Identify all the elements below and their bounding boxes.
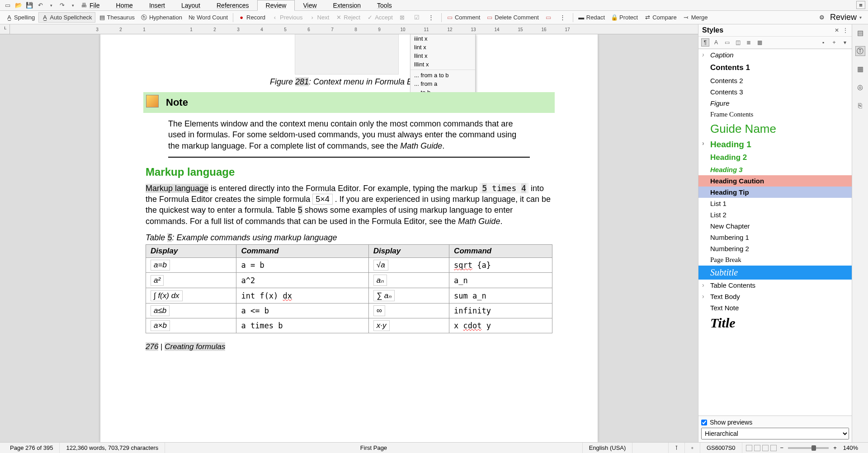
new-doc-icon[interactable]: ▭ (4, 1, 12, 9)
new-style-icon[interactable]: + (830, 38, 838, 47)
style-item[interactable]: Contents 1 (698, 61, 852, 75)
style-item[interactable]: Table Contents (698, 280, 852, 291)
menu-view[interactable]: View (295, 0, 325, 10)
style-item[interactable]: Text Body (698, 291, 852, 302)
ctx-item: lint x (410, 43, 475, 51)
status-pagestyle[interactable]: First Page (165, 443, 582, 453)
compare-button[interactable]: ⇄Compare (642, 13, 679, 22)
style-item[interactable]: Contents 2 (698, 75, 852, 86)
properties-icon[interactable]: ▤ (855, 28, 865, 38)
status-wordcount[interactable]: 122,360 words, 703,729 characters (60, 443, 165, 453)
status-language[interactable]: English (USA) (583, 443, 633, 453)
changes-dropdown-icon[interactable]: ⋮ (425, 13, 439, 22)
style-actions-dropdown-icon[interactable]: ▾ (841, 38, 849, 47)
comment-button[interactable]: ▭Comment (444, 13, 483, 22)
ruler-corner[interactable]: └ (0, 24, 10, 34)
menu-review[interactable]: Review (257, 0, 295, 11)
style-item[interactable]: Heading 2 (698, 151, 852, 164)
table-styles-icon[interactable]: ▦ (755, 38, 764, 47)
navigator-icon[interactable]: ◎ (855, 82, 865, 92)
menu-layout[interactable]: Layout (173, 0, 208, 10)
redo-icon[interactable]: ↷ (58, 1, 66, 9)
thesaurus-button[interactable]: ▤Thesaurus (96, 13, 137, 22)
page-scroll[interactable]: iiint x lint x llint x lllint x ... from… (0, 34, 698, 442)
menu-references[interactable]: References (208, 0, 257, 10)
status-signature[interactable]: ▫ (685, 443, 700, 453)
styles-list[interactable]: CaptionContents 1Contents 2Contents 3Fig… (698, 49, 852, 416)
menu-insert[interactable]: Insert (141, 0, 173, 10)
style-item[interactable]: Title (698, 313, 852, 332)
panel-menu-icon[interactable]: ⋮ (843, 27, 848, 33)
record-button[interactable]: ●Record (236, 13, 268, 22)
delete-comment-button[interactable]: ▭Delete Comment (484, 13, 542, 22)
review-dropdown[interactable]: Review (830, 13, 862, 22)
autospell-button[interactable]: A̲Auto Spellcheck (38, 12, 95, 23)
menu-file[interactable]: File (81, 0, 108, 10)
spelling-button[interactable]: A̲Spelling (3, 13, 38, 22)
settings-icon[interactable]: ⚙ (816, 13, 830, 22)
redact-button[interactable]: ▬Redact (576, 13, 608, 22)
style-item[interactable]: Contents 3 (698, 86, 852, 98)
note-divider (168, 157, 530, 158)
list-styles-icon[interactable]: ≣ (745, 38, 753, 47)
style-item[interactable]: List 2 (698, 209, 852, 220)
menu-tools[interactable]: Tools (369, 0, 400, 10)
heading-markup-language: Markup language (146, 166, 552, 178)
style-item[interactable]: Numbering 1 (698, 232, 852, 243)
zoom-slider[interactable] (788, 447, 829, 449)
style-item[interactable]: New Chapter (698, 220, 852, 232)
open-icon[interactable]: 📂 (14, 1, 23, 9)
next-button[interactable]: ›Next (307, 13, 332, 22)
style-item[interactable]: Guide Name (698, 120, 852, 138)
status-insert-mode[interactable] (632, 443, 669, 453)
accept-all-icon[interactable]: ☑ (411, 13, 425, 22)
zoom-out-icon[interactable]: − (780, 444, 784, 451)
menu-extension[interactable]: Extension (325, 0, 369, 10)
style-filter-select[interactable]: Hierarchical (701, 428, 849, 439)
status-selection-mode[interactable]: ⊺ (669, 443, 685, 453)
page-icon[interactable]: ⎘ (855, 100, 865, 110)
style-item[interactable]: Frame Contents (698, 109, 852, 120)
gallery-icon[interactable]: ▦ (855, 64, 865, 74)
style-item[interactable]: Numbering 2 (698, 243, 852, 254)
save-icon[interactable]: 💾 (25, 1, 33, 9)
protect-button[interactable]: 🔒Protect (609, 13, 641, 22)
comment-extra-icon[interactable]: ▭ (542, 13, 556, 22)
close-panel-icon[interactable]: ✕ (835, 27, 839, 33)
hamburger-icon[interactable]: ≡ (856, 1, 865, 9)
zoom-in-icon[interactable]: + (833, 444, 837, 451)
horizontal-ruler[interactable]: 3211234567891011121314151617 (10, 24, 698, 34)
style-item[interactable]: Heading Caution (698, 175, 852, 187)
style-item[interactable]: Caption (698, 49, 852, 61)
reject-all-icon[interactable]: ⊠ (396, 13, 410, 22)
undo-dropdown-icon[interactable]: ▾ (47, 1, 55, 9)
page-styles-icon[interactable]: ◫ (734, 38, 742, 47)
wordcount-button[interactable]: №Word Count (186, 13, 231, 22)
previous-button[interactable]: ‹Previous (269, 13, 306, 22)
menu-home[interactable]: Home (108, 0, 141, 10)
redo-dropdown-icon[interactable]: ▾ (69, 1, 77, 9)
status-page[interactable]: Page 276 of 395 (4, 443, 60, 453)
style-item[interactable]: List 1 (698, 198, 852, 209)
character-styles-icon[interactable]: A (712, 38, 720, 47)
styles-icon[interactable]: Ⓣ (855, 46, 865, 56)
style-item[interactable]: Heading 1 (698, 138, 852, 151)
style-item[interactable]: Figure (698, 98, 852, 109)
frame-styles-icon[interactable]: ▭ (723, 38, 731, 47)
style-item[interactable]: Heading 3 (698, 164, 852, 175)
fill-format-icon[interactable]: ▪ (819, 38, 827, 47)
show-previews-checkbox[interactable]: Show previews (701, 419, 849, 426)
style-item[interactable]: Text Note (698, 302, 852, 313)
paragraph-styles-icon[interactable]: ¶ (701, 38, 709, 47)
view-mode-icons[interactable] (742, 445, 780, 451)
undo-icon[interactable]: ↶ (36, 1, 44, 9)
status-zoom[interactable]: 140% (837, 443, 864, 453)
style-item[interactable]: Page Break (698, 254, 852, 266)
comments-dropdown-icon[interactable]: ⋮ (557, 13, 571, 22)
merge-button[interactable]: ⤙Merge (680, 13, 711, 22)
style-item[interactable]: Heading Tip (698, 187, 852, 198)
accept-button[interactable]: ✓Accept (364, 13, 396, 22)
style-item[interactable]: Subtitle (698, 266, 852, 280)
reject-button[interactable]: ✕Reject (333, 13, 363, 22)
hyphenation-button[interactable]: ⓗHyphenation (138, 13, 185, 22)
